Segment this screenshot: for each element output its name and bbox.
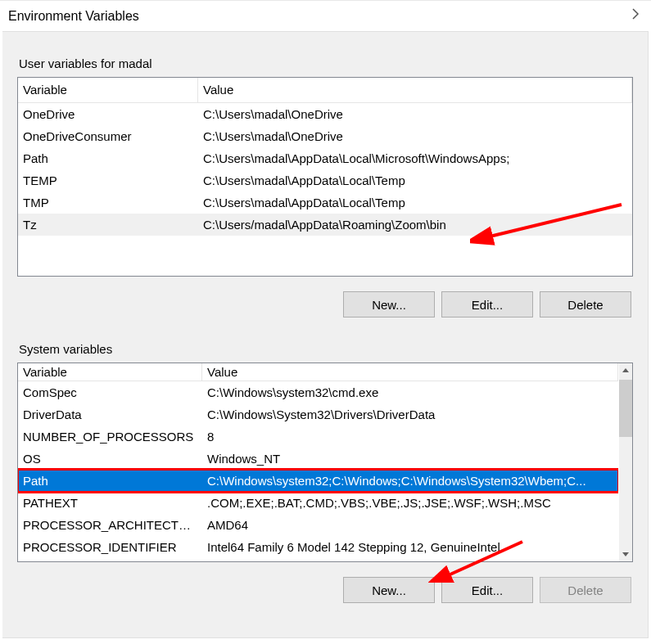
column-header-value[interactable]: Value — [198, 78, 632, 102]
table-row[interactable]: OneDriveConsumerC:\Users\madal\OneDrive — [18, 125, 632, 147]
cell-variable: OneDrive — [18, 103, 198, 125]
chevron-right-icon[interactable] — [631, 7, 640, 25]
system-variables-label: System variables — [17, 342, 633, 356]
cell-variable: NUMBER_OF_PROCESSORS — [18, 426, 202, 448]
table-row[interactable]: ComSpecC:\Windows\system32\cmd.exe — [18, 381, 618, 403]
user-new-button[interactable]: New... — [343, 291, 435, 317]
cell-value: C:\Users\madal\AppData\Local\Temp — [198, 191, 632, 214]
system-buttons: New... Edit... Delete — [17, 562, 633, 603]
scroll-up-icon[interactable] — [619, 363, 632, 377]
cell-variable: PROCESSOR_IDENTIFIER — [18, 536, 202, 558]
user-variables-group: User variables for madal Variable Value … — [17, 32, 633, 317]
user-buttons: New... Edit... Delete — [17, 277, 633, 317]
table-row[interactable]: PathC:\Windows\system32;C:\Windows;C:\Wi… — [18, 470, 618, 492]
cell-value: AMD64 — [202, 514, 618, 536]
table-row[interactable]: PathC:\Users\madal\AppData\Local\Microso… — [18, 147, 632, 169]
cell-value: Windows_NT — [202, 448, 618, 470]
scrollbar-thumb[interactable] — [619, 380, 632, 437]
cell-value: C:\Windows\System32\Drivers\DriverData — [202, 403, 618, 426]
cell-variable: Tz — [18, 214, 198, 236]
scrollbar[interactable] — [618, 363, 632, 561]
user-variables-label: User variables for madal — [17, 56, 633, 70]
table-row[interactable]: TMPC:\Users\madal\AppData\Local\Temp — [18, 191, 632, 214]
user-delete-button[interactable]: Delete — [540, 291, 631, 317]
table-row[interactable]: NUMBER_OF_PROCESSORS8 — [18, 426, 618, 448]
cell-variable: TMP — [18, 191, 198, 214]
system-edit-button[interactable]: Edit... — [441, 577, 533, 603]
system-delete-button[interactable]: Delete — [540, 577, 631, 603]
table-row[interactable]: PATHEXT.COM;.EXE;.BAT;.CMD;.VBS;.VBE;.JS… — [18, 492, 618, 514]
dialog-title: Environment Variables — [8, 9, 139, 24]
table-row[interactable]: TEMPC:\Users\madal\AppData\Local\Temp — [18, 169, 632, 191]
system-variables-group: System variables Variable Value ComSpecC… — [17, 317, 633, 603]
column-header-value[interactable]: Value — [202, 363, 618, 381]
column-header-variable[interactable]: Variable — [18, 363, 202, 381]
cell-variable: DriverData — [18, 403, 202, 426]
user-variables-list[interactable]: Variable Value OneDriveC:\Users\madal\On… — [17, 77, 633, 277]
table-row[interactable]: OSWindows_NT — [18, 448, 618, 470]
cell-value: C:\Windows\system32\cmd.exe — [202, 381, 618, 403]
cell-value: C:\Users/madal\AppData\Roaming\Zoom\bin — [198, 214, 632, 236]
cell-variable: OS — [18, 448, 202, 470]
table-row[interactable]: PROCESSOR_ARCHITECTUREAMD64 — [18, 514, 618, 536]
cell-value: C:\Windows\system32;C:\Windows;C:\Window… — [202, 470, 618, 492]
cell-value: .COM;.EXE;.BAT;.CMD;.VBS;.VBE;.JS;.JSE;.… — [202, 492, 618, 514]
system-new-button[interactable]: New... — [343, 577, 435, 603]
cell-variable: Path — [18, 470, 202, 492]
cell-value: C:\Users\madal\OneDrive — [198, 125, 632, 147]
column-header-variable[interactable]: Variable — [18, 78, 198, 102]
table-row[interactable]: DriverDataC:\Windows\System32\Drivers\Dr… — [18, 403, 618, 426]
table-row[interactable]: TzC:\Users/madal\AppData\Roaming\Zoom\bi… — [18, 214, 632, 236]
dialog-body: User variables for madal Variable Value … — [2, 31, 649, 638]
cell-variable: Path — [18, 147, 198, 169]
scroll-down-icon[interactable] — [619, 547, 632, 561]
cell-variable: PROCESSOR_ARCHITECTURE — [18, 514, 202, 536]
cell-value: 8 — [202, 426, 618, 448]
cell-variable: ComSpec — [18, 381, 202, 403]
cell-value: C:\Users\madal\AppData\Local\Microsoft\W… — [198, 147, 632, 169]
cell-value: C:\Users\madal\OneDrive — [198, 103, 632, 125]
system-variables-list[interactable]: Variable Value ComSpecC:\Windows\system3… — [17, 363, 633, 562]
user-edit-button[interactable]: Edit... — [441, 291, 533, 317]
cell-variable: TEMP — [18, 169, 198, 191]
dialog-header: Environment Variables — [0, 0, 651, 31]
cell-variable: OneDriveConsumer — [18, 125, 198, 147]
table-row[interactable]: PROCESSOR_IDENTIFIERIntel64 Family 6 Mod… — [18, 536, 618, 558]
cell-value: Intel64 Family 6 Model 142 Stepping 12, … — [202, 536, 618, 558]
cell-variable: PATHEXT — [18, 492, 202, 514]
cell-value: C:\Users\madal\AppData\Local\Temp — [198, 169, 632, 191]
table-row[interactable]: OneDriveC:\Users\madal\OneDrive — [18, 103, 632, 125]
